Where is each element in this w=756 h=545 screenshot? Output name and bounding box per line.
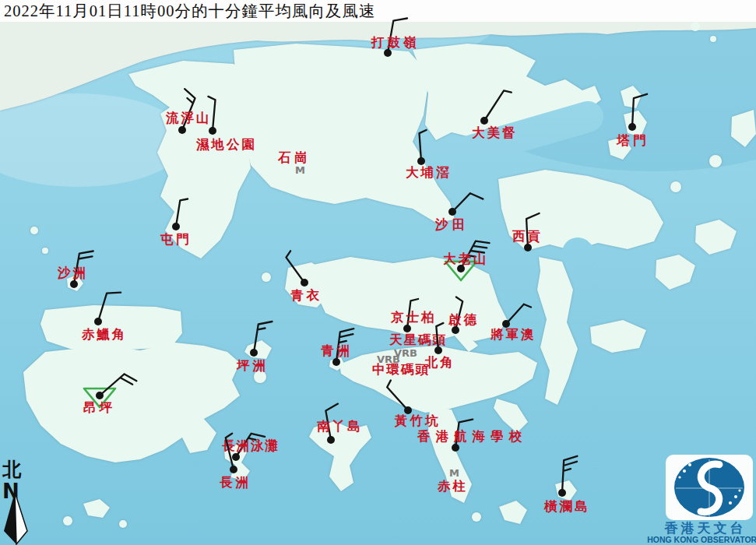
hk-wind-map: 2022年11月01日11時00分的十分鐘平均風向及風速 北 N 香港天文台 H… <box>0 0 756 545</box>
station-dot <box>178 126 186 134</box>
land-islet-mirs-bay <box>709 155 722 167</box>
station-label: 長洲 <box>220 475 251 490</box>
land-islet-ne-2 <box>710 36 716 42</box>
station-label: 南丫島 <box>317 419 363 434</box>
station-marker-m: M <box>449 467 459 479</box>
station-dot <box>230 466 237 473</box>
station-label: 長洲泳灘 <box>222 438 280 453</box>
logo-title-english: HONG KONG OBSERVATORY <box>647 535 756 544</box>
station-dot <box>452 444 459 452</box>
station-dot <box>434 346 442 354</box>
logo-title-chinese: 香港天文台 <box>664 521 747 536</box>
station-dot <box>96 392 104 399</box>
station-dot <box>558 489 566 497</box>
station-label: 西貢 <box>512 229 543 244</box>
station-label: 坪洲 <box>236 358 269 373</box>
station-label: 青衣 <box>290 288 322 303</box>
station-dot <box>209 127 216 135</box>
land-ma-wan <box>262 272 271 282</box>
station-label: 大老山 <box>443 251 489 266</box>
station-dot <box>172 223 180 230</box>
land-islet-brothers-2 <box>42 248 48 254</box>
station-label: 香港航海學校 <box>417 429 527 444</box>
station-label: 啟德 <box>448 312 479 327</box>
station-label: 青洲 <box>321 343 353 358</box>
station-label: 赤鱲角 <box>81 327 128 342</box>
station-label: 石崗 <box>277 150 311 165</box>
station-dot <box>301 279 308 287</box>
station-label: 赤柱 <box>437 479 468 494</box>
page-title: 2022年11月01日11時00分的十分鐘平均風向及風速 <box>4 2 375 19</box>
station-label: 打鼓嶺 <box>371 35 420 50</box>
station-label: 黃竹坑 <box>394 413 441 428</box>
station-label: 昂坪 <box>83 400 115 415</box>
wind-map-page: 2022年11月01日11時00分的十分鐘平均風向及風速 北 N 香港天文台 H… <box>0 0 756 545</box>
station-dot <box>94 318 102 325</box>
land-soko-3 <box>119 520 127 528</box>
station-marker-vrb: VRB <box>377 353 400 365</box>
station-label: 橫瀾島 <box>543 499 590 514</box>
station-dot <box>417 157 425 165</box>
station-dot <box>403 325 411 332</box>
station-label: 京士柏 <box>390 310 437 325</box>
station-label: 大埔滘 <box>406 165 452 180</box>
station-dot <box>250 349 258 357</box>
station-dot <box>448 208 456 216</box>
station-dot <box>327 436 335 444</box>
station-dot <box>480 117 488 125</box>
station-dot <box>70 280 78 288</box>
station-dot <box>524 244 532 251</box>
station-label: 屯門 <box>160 232 192 247</box>
land-islet-ne-saikung <box>670 181 681 192</box>
station-dot <box>628 123 636 131</box>
station-marker-m: M <box>295 164 305 176</box>
land-islet-ne-1 <box>691 22 700 31</box>
station-dot <box>452 326 459 334</box>
land-soko-2 <box>63 516 72 526</box>
station-label: 流浮山 <box>165 111 212 125</box>
station-label: 濕地公園 <box>195 137 257 152</box>
station-dot <box>384 49 392 57</box>
station-label: 沙洲 <box>57 265 88 280</box>
station-label: 大美督 <box>472 125 518 140</box>
station-dot <box>232 453 240 461</box>
station-dot <box>332 358 340 366</box>
north-label-chinese: 北 <box>2 459 22 480</box>
station-label: 將軍澳 <box>490 327 536 342</box>
station-label: 塔門 <box>616 133 650 148</box>
land-islet-brothers-1 <box>30 227 38 234</box>
station-label: 沙田 <box>434 217 469 232</box>
land-islet-south <box>472 512 481 522</box>
